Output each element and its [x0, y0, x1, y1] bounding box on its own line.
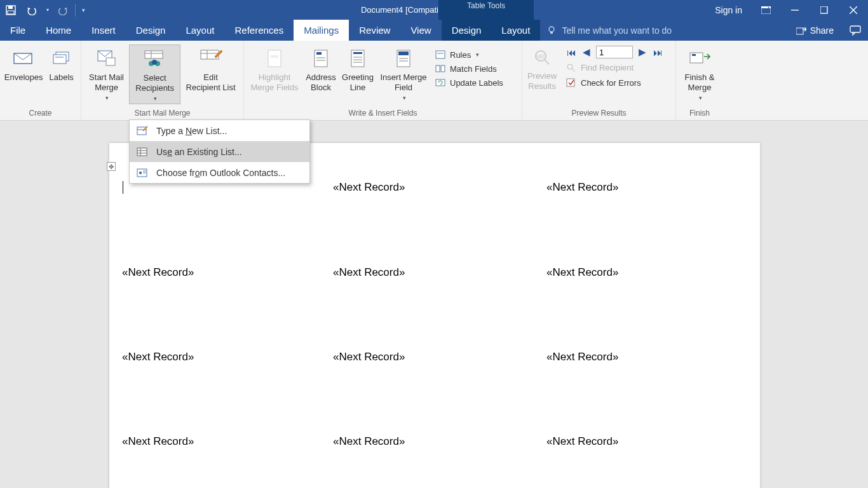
table-move-handle[interactable]: ✥ [107, 162, 116, 171]
finish-icon [689, 50, 710, 67]
use-existing-list-item[interactable]: Use an Existing List... [130, 141, 309, 162]
group-preview-label: Preview Results [522, 107, 675, 119]
address-block-button[interactable]: Address Block [302, 44, 339, 93]
greeting-line-label: Greeting Line [342, 72, 374, 93]
tell-me-placeholder: Tell me what you want to do [562, 25, 672, 36]
save-button[interactable] [0, 0, 22, 20]
undo-dropdown[interactable]: ▾ [43, 0, 52, 20]
type-new-list-item[interactable]: Type a New List... [130, 120, 309, 141]
maximize-button[interactable] [810, 0, 839, 20]
ribbon-tabs: File Home Insert Design Layout Reference… [0, 20, 868, 41]
recipients-icon [144, 50, 166, 69]
share-label: Share [810, 25, 834, 36]
prev-record-button[interactable]: ◀ [581, 46, 592, 58]
tab-design[interactable]: Design [126, 20, 176, 41]
tab-mailings[interactable]: Mailings [294, 20, 349, 41]
close-button[interactable] [839, 0, 868, 20]
match-fields-button[interactable]: Match Fields [435, 64, 503, 74]
tab-insert[interactable]: Insert [81, 20, 126, 41]
merge-field: «Next Record» [546, 351, 618, 363]
tab-review[interactable]: Review [349, 20, 400, 41]
comments-button[interactable] [843, 20, 868, 41]
tab-tt-layout[interactable]: Layout [491, 20, 540, 41]
chevron-down-icon: ▾ [699, 93, 702, 103]
next-record-button[interactable]: ▶ [637, 46, 648, 58]
redo-button[interactable] [52, 0, 74, 20]
find-recipient-button[interactable]: Find Recipient [566, 62, 672, 72]
tab-view[interactable]: View [400, 20, 441, 41]
match-fields-icon [435, 64, 446, 74]
select-recipients-dropdown: Type a New List... Use an Existing List.… [129, 119, 310, 184]
quick-access-toolbar: ▾ ▾ [0, 0, 90, 20]
sign-in-button[interactable]: Sign in [706, 5, 751, 15]
finish-merge-button[interactable]: Finish & Merge▾ [679, 44, 721, 103]
qat-separator [75, 4, 76, 17]
svg-rect-40 [398, 51, 409, 55]
tab-layout[interactable]: Layout [175, 20, 224, 41]
tab-file[interactable]: File [0, 20, 36, 41]
preview-results-button[interactable]: ABC Preview Results [522, 43, 562, 92]
undo-button[interactable] [22, 0, 43, 20]
edit-list-icon [200, 49, 222, 68]
group-write-label: Write & Insert Fields [244, 107, 522, 119]
svg-rect-15 [53, 55, 66, 64]
svg-rect-58 [137, 148, 147, 156]
new-list-icon [136, 125, 149, 137]
qat-customize[interactable]: ▾ [77, 0, 90, 20]
check-errors-icon [566, 78, 577, 88]
tell-me-box[interactable]: Tell me what you want to do [540, 20, 787, 41]
start-mail-merge-button[interactable]: Start Mail Merge▾ [84, 44, 129, 103]
svg-rect-18 [106, 58, 115, 65]
record-number-input[interactable] [596, 46, 633, 58]
highlight-merge-fields-button[interactable]: Highlight Merge Fields [247, 44, 302, 93]
first-record-button[interactable]: ⏮ [566, 46, 577, 58]
tab-home[interactable]: Home [36, 20, 81, 41]
chevron-down-icon: ▾ [403, 93, 406, 103]
comment-icon [850, 25, 861, 36]
share-icon [796, 26, 806, 35]
svg-rect-6 [820, 6, 827, 13]
envelopes-button[interactable]: Envelopes [3, 44, 44, 83]
merge-field: «Next Record» [333, 266, 405, 279]
tab-references[interactable]: References [224, 20, 294, 41]
svg-rect-55 [692, 54, 696, 56]
outlook-contacts-item[interactable]: Choose from Outlook Contacts... [130, 162, 309, 183]
labels-button[interactable]: Labels [44, 44, 78, 83]
close-icon [850, 6, 857, 14]
last-record-button[interactable]: ⏭ [652, 46, 663, 58]
update-labels-button[interactable]: Update Labels [435, 78, 503, 88]
start-mail-merge-label: Start Mail Merge [89, 72, 124, 93]
ribbon-display-options[interactable] [751, 0, 780, 20]
record-navigation: ⏮ ◀ ▶ ⏭ [562, 43, 675, 61]
address-block-label: Address Block [306, 72, 336, 93]
svg-rect-46 [441, 65, 445, 72]
svg-point-51 [567, 64, 573, 69]
tab-tt-design[interactable]: Design [442, 20, 492, 41]
existing-list-icon [136, 146, 149, 158]
greeting-line-button[interactable]: Greeting Line [339, 44, 376, 93]
check-errors-button[interactable]: Check for Errors [566, 78, 672, 88]
merge-field: «Next Record» [333, 435, 405, 448]
outlook-contacts-icon [136, 167, 149, 179]
svg-rect-11 [796, 28, 803, 34]
minimize-icon [791, 6, 799, 14]
merge-field-icon [395, 49, 412, 68]
mail-merge-icon [96, 49, 118, 68]
lightbulb-icon [546, 25, 557, 36]
preview-results-label: Preview Results [527, 71, 557, 92]
document-page[interactable] [109, 143, 760, 488]
text-cursor [123, 181, 123, 194]
svg-rect-45 [436, 65, 440, 72]
minimize-button[interactable] [780, 0, 810, 20]
merge-field: «Next Record» [122, 266, 194, 279]
svg-point-9 [549, 27, 554, 32]
insert-merge-field-button[interactable]: Insert Merge Field▾ [376, 44, 431, 103]
select-recipients-button[interactable]: Select Recipients▾ [129, 44, 180, 104]
group-create-label: Create [0, 107, 81, 119]
update-labels-icon [435, 78, 446, 88]
svg-rect-2 [8, 11, 14, 14]
rules-button[interactable]: Rules▾ [435, 50, 503, 60]
edit-recipient-list-button[interactable]: Edit Recipient List [180, 44, 241, 93]
rules-label: Rules [450, 50, 471, 60]
share-button[interactable]: Share [787, 20, 843, 41]
